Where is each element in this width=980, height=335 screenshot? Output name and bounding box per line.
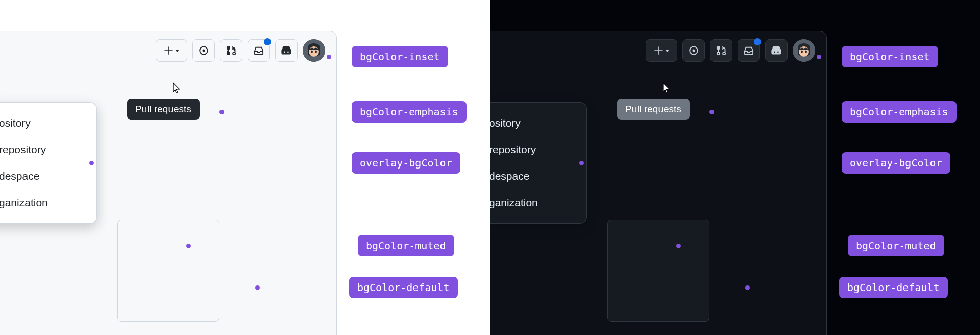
callout: overlay-bgColor bbox=[579, 152, 965, 174]
issues-button[interactable] bbox=[192, 39, 215, 62]
copilot-icon bbox=[771, 45, 782, 56]
overlay-item[interactable]: ganization bbox=[490, 189, 586, 216]
callout-dot bbox=[327, 55, 331, 59]
callout-label: bgColor-emphasis bbox=[842, 101, 957, 123]
copilot-button[interactable] bbox=[275, 39, 298, 62]
overlay-item[interactable]: despace bbox=[490, 163, 586, 189]
callout-dot bbox=[579, 161, 584, 165]
svg-point-7 bbox=[315, 51, 317, 53]
callout-label: bgColor-inset bbox=[352, 46, 448, 67]
pull-request-icon bbox=[226, 45, 236, 56]
inbox-button[interactable] bbox=[248, 39, 270, 62]
dark-theme-panel: Pull requests ository repository despace… bbox=[490, 0, 980, 335]
plus-icon bbox=[654, 46, 663, 55]
overlay-item[interactable]: repository bbox=[490, 136, 586, 163]
dropdown-overlay[interactable]: ository repository despace ganization bbox=[490, 102, 587, 224]
callout-dot bbox=[255, 285, 260, 290]
svg-point-13 bbox=[799, 46, 809, 57]
inbox-icon bbox=[254, 45, 264, 56]
user-avatar[interactable] bbox=[793, 39, 815, 62]
svg-point-6 bbox=[311, 51, 313, 53]
copilot-icon bbox=[281, 45, 292, 56]
callout: bgColor-inset bbox=[327, 46, 475, 67]
overlay-item[interactable]: ganization bbox=[0, 189, 96, 216]
callout-dot bbox=[817, 55, 821, 59]
muted-card bbox=[607, 220, 709, 322]
callout-label: overlay-bgColor bbox=[842, 152, 950, 174]
callout-dot bbox=[745, 285, 750, 290]
add-button[interactable] bbox=[646, 39, 677, 62]
chevron-down-icon bbox=[175, 50, 179, 52]
notification-dot bbox=[754, 38, 761, 45]
toolbar bbox=[646, 39, 815, 62]
overlay-item[interactable]: repository bbox=[0, 136, 96, 163]
user-avatar[interactable] bbox=[303, 39, 325, 62]
avatar-icon bbox=[793, 39, 815, 62]
callout: bgColor-default bbox=[745, 277, 965, 298]
overlay-item[interactable]: ository bbox=[0, 110, 96, 136]
callout: bgColor-muted bbox=[186, 235, 475, 256]
tooltip-text: Pull requests bbox=[625, 104, 681, 114]
svg-point-14 bbox=[801, 51, 803, 53]
callout: bgColor-default bbox=[255, 277, 475, 298]
callout: bgColor-inset bbox=[817, 46, 965, 67]
svg-point-5 bbox=[309, 46, 319, 57]
inbox-icon bbox=[744, 45, 754, 56]
copilot-button[interactable] bbox=[765, 39, 788, 62]
callout-label: bgColor-default bbox=[839, 277, 948, 298]
pull-requests-button[interactable] bbox=[220, 39, 242, 62]
callout-label: overlay-bgColor bbox=[352, 152, 460, 174]
svg-point-8 bbox=[693, 50, 695, 52]
avatar-icon bbox=[303, 39, 325, 62]
callout: bgColor-emphasis bbox=[219, 101, 475, 123]
callout-dot bbox=[89, 161, 94, 165]
callout: overlay-bgColor bbox=[89, 152, 475, 174]
pull-requests-button[interactable] bbox=[710, 39, 732, 62]
toolbar bbox=[156, 39, 325, 62]
tooltip-text: Pull requests bbox=[135, 104, 191, 114]
muted-card bbox=[117, 220, 219, 322]
chevron-down-icon bbox=[665, 50, 669, 52]
light-theme-panel: Pull requests ository repository despace… bbox=[0, 0, 490, 335]
callout-dot bbox=[186, 244, 191, 248]
notification-dot bbox=[264, 38, 271, 45]
overlay-item[interactable]: ository bbox=[490, 110, 586, 136]
cursor-pointer-icon bbox=[659, 82, 672, 98]
callout-label: bgColor-default bbox=[349, 277, 458, 298]
callout-dot bbox=[676, 244, 681, 248]
callout: bgColor-muted bbox=[676, 235, 965, 256]
svg-point-3 bbox=[233, 52, 235, 55]
svg-point-11 bbox=[723, 52, 725, 55]
callout-dot bbox=[709, 110, 714, 114]
issue-icon bbox=[689, 45, 699, 56]
issues-button[interactable] bbox=[682, 39, 705, 62]
dropdown-overlay[interactable]: ository repository despace ganization bbox=[0, 102, 97, 224]
add-button[interactable] bbox=[156, 39, 187, 62]
svg-point-0 bbox=[203, 50, 205, 52]
callout-label: bgColor-muted bbox=[358, 235, 454, 256]
inbox-button[interactable] bbox=[738, 39, 760, 62]
callout: bgColor-emphasis bbox=[709, 101, 965, 123]
callout-dot bbox=[219, 110, 224, 114]
overlay-item[interactable]: despace bbox=[0, 163, 96, 189]
plus-icon bbox=[164, 46, 173, 55]
svg-point-10 bbox=[717, 52, 720, 55]
svg-point-15 bbox=[805, 51, 807, 53]
callout-label: bgColor-emphasis bbox=[352, 101, 467, 123]
pull-request-icon bbox=[716, 45, 726, 56]
issue-icon bbox=[199, 45, 209, 56]
tooltip: Pull requests bbox=[617, 99, 690, 120]
cursor-pointer-icon bbox=[169, 82, 182, 98]
callout-label: bgColor-muted bbox=[848, 235, 944, 256]
callout-label: bgColor-inset bbox=[842, 46, 938, 67]
tooltip: Pull requests bbox=[127, 99, 200, 120]
